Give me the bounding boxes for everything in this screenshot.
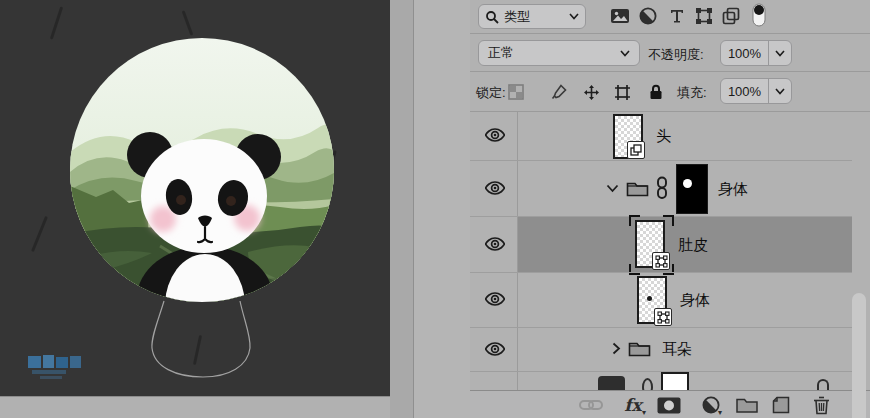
lock-label: 锁定:: [476, 84, 506, 102]
layer-row-body-shape[interactable]: 身体: [470, 272, 870, 327]
smart-object-filter-icon[interactable]: [721, 7, 741, 25]
canvas-horizontal-scrollbar[interactable]: [0, 396, 390, 418]
layer-name[interactable]: 头: [656, 127, 671, 146]
opacity-label: 不透明度:: [648, 46, 704, 64]
panel-gutter: [414, 0, 471, 418]
chevron-down-icon: [569, 13, 579, 20]
layer-row-partial[interactable]: [470, 371, 870, 390]
search-icon: [485, 10, 499, 24]
layers-panel-toolbar: fx ▾ ▾: [470, 390, 870, 418]
caret-down-icon: ▾: [718, 408, 722, 417]
panda-artwork: [0, 0, 390, 396]
group-folder-icon: [628, 340, 651, 357]
layer-name[interactable]: 身体: [718, 180, 748, 199]
photoshop-workspace: 类型 正常 不透明度: 100%: [0, 0, 870, 418]
fill-field[interactable]: 100%: [720, 78, 792, 104]
lock-all-icon[interactable]: [647, 83, 665, 101]
lock-image-pixels-icon[interactable]: [550, 83, 568, 101]
layer-row-body-group[interactable]: 身体: [470, 160, 870, 216]
smart-object-badge-icon: [627, 141, 645, 159]
visibility-eye-icon[interactable]: [485, 181, 505, 195]
pixel-layer-filter-icon[interactable]: [610, 7, 630, 25]
link-layers-icon[interactable]: [578, 395, 604, 415]
opacity-field[interactable]: 100%: [720, 40, 792, 66]
layer-name[interactable]: 耳朵: [662, 340, 692, 359]
white-thumbnail-partial: [661, 372, 689, 390]
visibility-eye-icon[interactable]: [485, 292, 505, 306]
chevron-down-icon: [620, 50, 630, 57]
type-layer-filter-icon[interactable]: [667, 7, 687, 25]
shape-layer-badge-icon: [654, 308, 672, 326]
chevron-right-icon[interactable]: [612, 342, 621, 355]
layer-name[interactable]: 肚皮: [678, 236, 708, 255]
visibility-eye-icon[interactable]: [485, 128, 505, 142]
group-folder-icon: [626, 180, 649, 197]
caret-down-icon: ▾: [642, 408, 646, 417]
lock-position-icon[interactable]: [582, 83, 600, 101]
lock-transparent-pixels-icon[interactable]: [507, 83, 525, 101]
blend-mode-select[interactable]: 正常: [478, 40, 640, 66]
layer-filter-select[interactable]: 类型: [478, 4, 586, 29]
filtering-toggle[interactable]: [752, 3, 766, 27]
mask-link-icon[interactable]: [656, 176, 668, 200]
opacity-value: 100%: [721, 46, 768, 61]
layers-panel: 类型 正常 不透明度: 100%: [470, 0, 870, 418]
group-mask-thumbnail[interactable]: [676, 164, 708, 214]
new-group-icon[interactable]: [734, 395, 760, 415]
document-canvas[interactable]: [0, 0, 390, 396]
blend-mode-value: 正常: [488, 44, 514, 62]
chevron-down-icon[interactable]: [606, 184, 619, 193]
layer-row-head[interactable]: 头: [470, 111, 870, 160]
new-layer-icon[interactable]: [768, 395, 794, 415]
pen-path-outline: [152, 301, 250, 377]
shape-layer-badge-icon: [652, 252, 670, 270]
workspace-gutter: [390, 0, 414, 418]
delete-layer-trash-icon[interactable]: [808, 395, 834, 415]
add-layer-mask-icon[interactable]: [656, 395, 682, 415]
fill-label: 填充:: [677, 84, 707, 102]
visibility-eye-icon[interactable]: [485, 237, 505, 251]
watermark: [26, 350, 84, 384]
lock-artboard-nesting-icon[interactable]: [613, 83, 631, 101]
layer-row-belly-selected[interactable]: 肚皮: [470, 216, 870, 272]
chevron-down-icon: [775, 50, 785, 57]
fill-value: 100%: [721, 84, 768, 99]
layer-name[interactable]: 身体: [680, 291, 710, 310]
panel-scrollbar[interactable]: [852, 293, 866, 418]
filter-type-label: 类型: [504, 8, 530, 26]
chevron-down-icon: [775, 88, 785, 95]
visibility-eye-icon[interactable]: [485, 342, 505, 356]
adjustment-layer-filter-icon[interactable]: [638, 7, 658, 25]
layer-row-ears-group[interactable]: 耳朵: [470, 327, 870, 371]
shape-layer-filter-icon[interactable]: [694, 7, 714, 25]
